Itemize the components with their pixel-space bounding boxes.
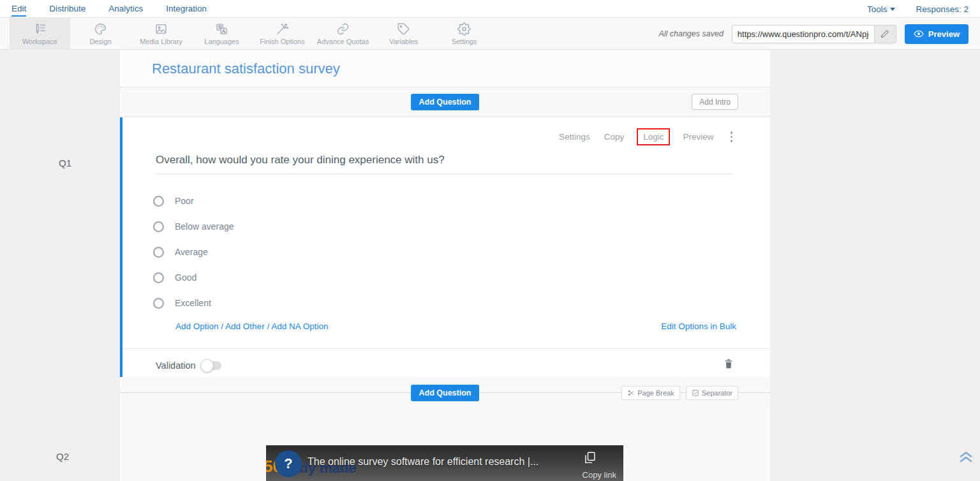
copy-link-icon[interactable] <box>583 451 597 464</box>
toolbar-item-workspace[interactable]: Workspace <box>10 18 70 49</box>
channel-avatar[interactable]: ? <box>275 450 302 477</box>
question-text[interactable]: Overall, how would you rate your dining … <box>156 154 732 166</box>
answer-option-row[interactable]: Poor <box>153 188 732 214</box>
top-nav: Edit Distribute Analytics Integration To… <box>0 0 980 18</box>
toolbar-item-design[interactable]: Design <box>70 18 131 49</box>
add-na-option-link[interactable]: Add NA Option <box>271 322 328 331</box>
toolbar-item-label: Media Library <box>140 38 182 45</box>
toolbar-item-media-library[interactable]: Media Library <box>131 18 191 49</box>
survey-title[interactable]: Restaurant satisfaction survey <box>152 61 340 77</box>
translate-icon <box>215 22 228 36</box>
add-question-button[interactable]: Add Question <box>411 385 480 401</box>
add-intro-button[interactable]: Add Intro <box>692 94 738 110</box>
questionpro-survey-editor: Edit Distribute Analytics Integration To… <box>0 0 980 481</box>
survey-url-group <box>732 25 896 43</box>
answer-options: Poor Below average Average Good <box>153 188 732 316</box>
toolbar-item-label: Settings <box>452 38 477 45</box>
answer-option-label[interactable]: Poor <box>175 196 194 206</box>
question-more-menu[interactable] <box>728 130 736 144</box>
toolbar-item-variables[interactable]: Variables <box>373 18 434 49</box>
magic-wand-icon <box>276 22 289 36</box>
pencil-icon <box>880 29 889 38</box>
answer-option-label[interactable]: Below average <box>175 221 234 232</box>
tag-icon <box>397 22 410 36</box>
nav-tab-distribute[interactable]: Distribute <box>49 1 85 17</box>
delete-question-button[interactable] <box>723 357 734 370</box>
video-embed[interactable]: 50 ady made ? The online survey software… <box>266 445 623 481</box>
save-status: All changes saved <box>658 29 723 38</box>
workspace-icon <box>33 22 47 36</box>
edit-url-button[interactable] <box>874 26 896 43</box>
card-divider <box>122 348 770 349</box>
toolbar-item-finish-options[interactable]: Finish Options <box>252 18 313 49</box>
tools-menu[interactable]: Tools <box>867 2 896 16</box>
toolbar-item-languages[interactable]: Languages <box>191 18 252 49</box>
radio-icon[interactable] <box>153 272 164 283</box>
toolbar-item-label: Languages <box>204 38 239 45</box>
radio-icon[interactable] <box>153 247 164 258</box>
separator-button[interactable]: Separator <box>686 386 738 400</box>
nav-tab-edit[interactable]: Edit <box>11 1 26 17</box>
survey-title-card: Restaurant satisfaction survey <box>120 50 770 87</box>
answer-option-row[interactable]: Excellent <box>153 290 732 316</box>
link-separator: / <box>267 322 269 331</box>
toolbar-item-label: Workspace <box>22 38 57 45</box>
question-text-underline <box>156 174 733 174</box>
nav-right: Tools Responses: 2 <box>867 2 969 16</box>
responses-link[interactable]: Responses: 2 <box>916 2 969 16</box>
question-card-q1: Settings Copy Logic Preview Overall, how… <box>120 117 770 377</box>
validation-row: Validation <box>156 355 221 376</box>
video-title[interactable]: The online survey software for efficient… <box>308 456 566 468</box>
nav-tab-integration[interactable]: Integration <box>166 1 207 17</box>
add-other-link[interactable]: Add Other <box>225 322 265 331</box>
image-icon <box>154 22 168 36</box>
toolbar-item-label: Variables <box>389 38 418 45</box>
preview-button-label: Preview <box>928 29 960 39</box>
checkbox-icon <box>692 389 699 397</box>
tools-label: Tools <box>867 4 887 14</box>
copy-link-label[interactable]: Copy link <box>583 470 616 480</box>
answer-option-row[interactable]: Average <box>153 239 732 265</box>
scroll-to-top-button[interactable] <box>957 447 975 466</box>
page-break-label: Page Break <box>637 389 674 397</box>
validation-label: Validation <box>156 360 196 371</box>
add-question-row-top: Add Question Add Intro <box>120 87 770 117</box>
answer-option-row[interactable]: Below average <box>153 214 732 239</box>
link-separator: / <box>221 322 223 331</box>
toolbar-items: Workspace Design Media Library <box>10 18 494 49</box>
answer-option-row[interactable]: Good <box>153 265 732 290</box>
nav-tab-analytics[interactable]: Analytics <box>108 1 143 17</box>
answer-option-label[interactable]: Excellent <box>175 298 211 308</box>
answer-option-label[interactable]: Average <box>175 247 208 257</box>
break-buttons: Page Break Separator <box>621 386 738 400</box>
question-settings-action[interactable]: Settings <box>559 132 590 142</box>
answer-option-label[interactable]: Good <box>175 272 197 283</box>
toolbar-item-advance-quotas[interactable]: Advance Quotas <box>313 18 373 49</box>
edit-options-in-bulk-link[interactable]: Edit Options in Bulk <box>661 322 736 331</box>
question-logic-action[interactable]: Logic <box>637 128 670 145</box>
validation-toggle[interactable] <box>202 361 221 370</box>
gear-icon <box>457 22 471 36</box>
add-question-button[interactable]: Add Question <box>411 94 480 110</box>
question-number-q2: Q2 <box>56 451 69 462</box>
add-option-link[interactable]: Add Option <box>175 322 219 331</box>
toolbar-item-settings[interactable]: Settings <box>434 18 494 49</box>
question-actions: Settings Copy Logic Preview <box>559 130 735 144</box>
question-preview-action[interactable]: Preview <box>683 132 713 142</box>
survey-url-input[interactable] <box>732 26 874 43</box>
toolbar-item-label: Advance Quotas <box>317 38 369 45</box>
chain-link-icon <box>336 22 350 36</box>
radio-icon[interactable] <box>153 221 164 232</box>
separator-label: Separator <box>702 389 732 397</box>
workspace-area: Q1 Q2 Restaurant satisfaction survey Add… <box>0 50 980 481</box>
toolbar-item-label: Design <box>89 38 111 45</box>
page-break-button[interactable]: Page Break <box>621 386 679 400</box>
palette-icon <box>94 22 107 36</box>
question-copy-action[interactable]: Copy <box>604 132 625 142</box>
scissors-icon <box>627 389 635 397</box>
add-question-row-bottom: Add Question Page Break <box>120 377 770 409</box>
radio-icon[interactable] <box>153 298 164 309</box>
nav-tabs: Edit Distribute Analytics Integration <box>11 1 207 17</box>
radio-icon[interactable] <box>153 196 164 207</box>
preview-button[interactable]: Preview <box>905 24 969 44</box>
